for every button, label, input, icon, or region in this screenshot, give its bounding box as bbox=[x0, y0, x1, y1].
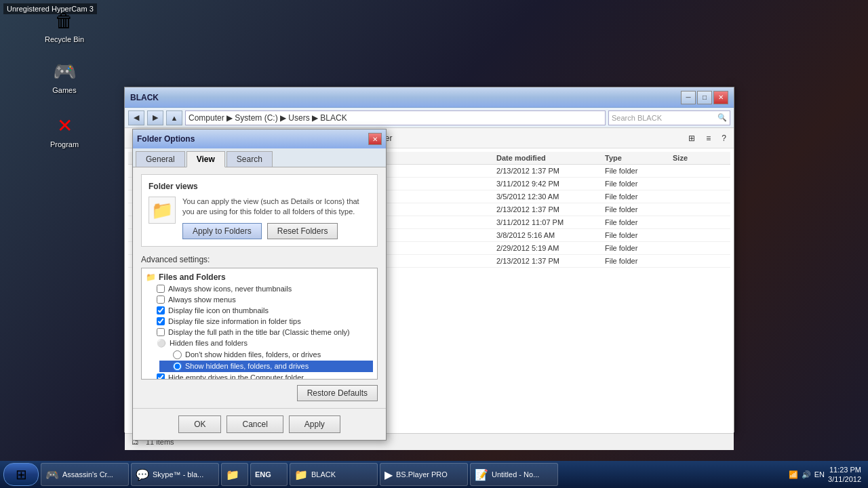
black-folder-icon: 📁 bbox=[294, 468, 308, 481]
reset-folders-button[interactable]: Reset Folders bbox=[267, 223, 338, 239]
clock-time: 11:23 PM bbox=[828, 465, 861, 474]
forward-button[interactable]: ▶ bbox=[147, 110, 163, 125]
file-size bbox=[673, 167, 727, 175]
desktop-icon-games[interactable]: 🎮 Games bbox=[41, 58, 88, 94]
settings-group-files-folders: 📁 Files and Folders Always show icons, n… bbox=[143, 270, 376, 380]
taskbar-item-bsplayer[interactable]: ▶ BS.Player PRO bbox=[380, 463, 468, 486]
help-button[interactable]: ? bbox=[717, 132, 730, 144]
radio-show-hidden[interactable] bbox=[173, 362, 182, 371]
settings-radio-group-hidden: Don't show hidden files, folders, or dri… bbox=[146, 349, 373, 372]
skype-label: Skype™ - bla... bbox=[153, 470, 203, 479]
checkbox-display-full-path[interactable] bbox=[157, 328, 165, 336]
hidden-files-group-icon: ⚪ bbox=[157, 339, 166, 348]
recycle-bin-label: Recycle Bin bbox=[45, 35, 84, 43]
file-size bbox=[673, 192, 727, 201]
folder-options-dialog: Folder Options ✕ General View Search Fol… bbox=[132, 129, 387, 441]
taskbar-item-eng[interactable]: ENG bbox=[250, 463, 288, 486]
settings-item-display-full-path[interactable]: Display the full path in the title bar (… bbox=[146, 327, 373, 338]
desktop-icon-program[interactable]: ✕ Program bbox=[41, 112, 88, 148]
checkbox-hide-empty-drives[interactable] bbox=[157, 373, 165, 380]
folder-preview-icon: 📁 bbox=[149, 197, 176, 224]
clock: 11:23 PM 3/11/2012 bbox=[828, 465, 861, 485]
view-mode-button[interactable]: ⊞ bbox=[684, 132, 699, 144]
untitled-label: Untitled - No... bbox=[492, 470, 539, 479]
taskbar-item-folder[interactable]: 📁 bbox=[221, 463, 248, 486]
desktop-icon-recycle-bin[interactable]: 🗑 Recycle Bin bbox=[41, 7, 88, 43]
dialog-close-button[interactable]: ✕ bbox=[368, 133, 382, 145]
file-date: 2/13/2012 1:37 PM bbox=[496, 167, 605, 175]
black-label: BLACK bbox=[311, 470, 336, 479]
search-box[interactable]: Search BLACK 🔍 bbox=[608, 110, 730, 125]
settings-item-show-hidden[interactable]: Show hidden files, folders, and drives bbox=[159, 361, 373, 372]
label-display-full-path: Display the full path in the title bar (… bbox=[168, 328, 350, 336]
col-type[interactable]: Type bbox=[605, 154, 673, 162]
restore-defaults-button[interactable]: Restore Defaults bbox=[297, 385, 378, 401]
settings-item-dont-show-hidden[interactable]: Don't show hidden files, folders, or dri… bbox=[159, 349, 373, 361]
taskbar-item-untitled[interactable]: 📝 Untitled - No... bbox=[470, 463, 558, 486]
label-hide-empty-drives: Hide empty drives in the Computer folder bbox=[168, 373, 304, 380]
file-date: 3/11/2012 9:42 PM bbox=[496, 180, 605, 188]
restore-defaults-row: Restore Defaults bbox=[141, 385, 378, 401]
taskbar: ⊞ 🎮 Assassin's Cr... 💬 Skype™ - bla... 📁… bbox=[0, 461, 868, 488]
settings-list: 📁 Files and Folders Always show icons, n… bbox=[142, 268, 377, 380]
file-date: 3/5/2012 12:30 AM bbox=[496, 192, 605, 201]
settings-item-display-file-icon[interactable]: Display file icon on thumbnails bbox=[146, 305, 373, 316]
cancel-button[interactable]: Cancel bbox=[226, 415, 283, 433]
settings-item-display-file-size[interactable]: Display file size information in folder … bbox=[146, 316, 373, 327]
file-type: File folder bbox=[605, 257, 673, 265]
start-icon: ⊞ bbox=[16, 466, 27, 483]
taskbar-item-skype[interactable]: 💬 Skype™ - bla... bbox=[131, 463, 219, 486]
dialog-tabs: General View Search bbox=[133, 148, 386, 167]
file-size bbox=[673, 218, 727, 226]
clock-date: 3/11/2012 bbox=[828, 474, 861, 484]
advanced-settings-label: Advanced settings: bbox=[141, 255, 378, 264]
tab-view[interactable]: View bbox=[186, 151, 225, 167]
close-button[interactable]: ✕ bbox=[713, 91, 728, 104]
col-size[interactable]: Size bbox=[673, 154, 727, 162]
radio-dont-show-hidden[interactable] bbox=[173, 350, 182, 359]
file-size bbox=[673, 205, 727, 214]
col-date-modified[interactable]: Date modified bbox=[496, 154, 605, 162]
explorer-titlebar: BLACK ─ □ ✕ bbox=[125, 87, 734, 108]
view-details-button[interactable]: ≡ bbox=[702, 132, 715, 144]
label-display-file-size: Display file size information in folder … bbox=[168, 317, 301, 325]
start-button[interactable]: ⊞ bbox=[3, 463, 39, 486]
file-date: 3/11/2012 11:07 PM bbox=[496, 218, 605, 226]
games-label: Games bbox=[52, 86, 76, 94]
taskbar-item-assassins-creed[interactable]: 🎮 Assassin's Cr... bbox=[41, 463, 129, 486]
tab-general[interactable]: General bbox=[136, 151, 185, 167]
ok-button[interactable]: OK bbox=[178, 415, 221, 433]
checkbox-always-show-icons[interactable] bbox=[157, 285, 165, 293]
maximize-button[interactable]: □ bbox=[697, 91, 712, 104]
settings-list-container[interactable]: 📁 Files and Folders Always show icons, n… bbox=[141, 268, 378, 380]
settings-group-header: 📁 Files and Folders bbox=[146, 271, 373, 283]
settings-item-hide-empty-drives[interactable]: Hide empty drives in the Computer folder bbox=[146, 372, 373, 380]
file-date: 2/13/2012 1:37 PM bbox=[496, 205, 605, 214]
minimize-button[interactable]: ─ bbox=[681, 91, 696, 104]
checkbox-always-show-menus[interactable] bbox=[157, 296, 165, 304]
settings-item-always-show-icons[interactable]: Always show icons, never thumbnails bbox=[146, 283, 373, 294]
recycle-bin-icon: 🗑 bbox=[51, 7, 78, 34]
back-button[interactable]: ◀ bbox=[128, 110, 144, 125]
label-always-show-icons: Always show icons, never thumbnails bbox=[168, 285, 292, 293]
untitled-icon: 📝 bbox=[475, 468, 488, 481]
checkbox-display-file-size[interactable] bbox=[157, 317, 165, 325]
checkbox-display-file-icon[interactable] bbox=[157, 306, 165, 314]
settings-item-always-show-menus[interactable]: Always show menus bbox=[146, 294, 373, 305]
desktop: Unregistered HyperCam 3 🗑 Recycle Bin 🎮 … bbox=[0, 0, 868, 488]
apply-button[interactable]: Apply bbox=[289, 415, 340, 433]
up-button[interactable]: ▲ bbox=[166, 110, 182, 125]
titlebar-controls: ─ □ ✕ bbox=[681, 91, 728, 104]
taskbar-item-black[interactable]: 📁 BLACK bbox=[290, 463, 378, 486]
explorer-addressbar: ◀ ▶ ▲ Computer ▶ System (C:) ▶ Users ▶ B… bbox=[125, 108, 734, 128]
tab-search[interactable]: Search bbox=[226, 151, 273, 167]
search-placeholder: Search BLACK bbox=[612, 114, 662, 122]
label-always-show-menus: Always show menus bbox=[168, 296, 236, 304]
file-date: 3/8/2012 5:16 AM bbox=[496, 231, 605, 239]
skype-icon: 💬 bbox=[136, 468, 149, 481]
group-header-label: Files and Folders bbox=[159, 272, 226, 282]
apply-to-folders-button[interactable]: Apply to Folders bbox=[182, 223, 262, 239]
file-type: File folder bbox=[605, 180, 673, 188]
file-type: File folder bbox=[605, 244, 673, 252]
breadcrumb[interactable]: Computer ▶ System (C:) ▶ Users ▶ BLACK bbox=[185, 110, 606, 125]
